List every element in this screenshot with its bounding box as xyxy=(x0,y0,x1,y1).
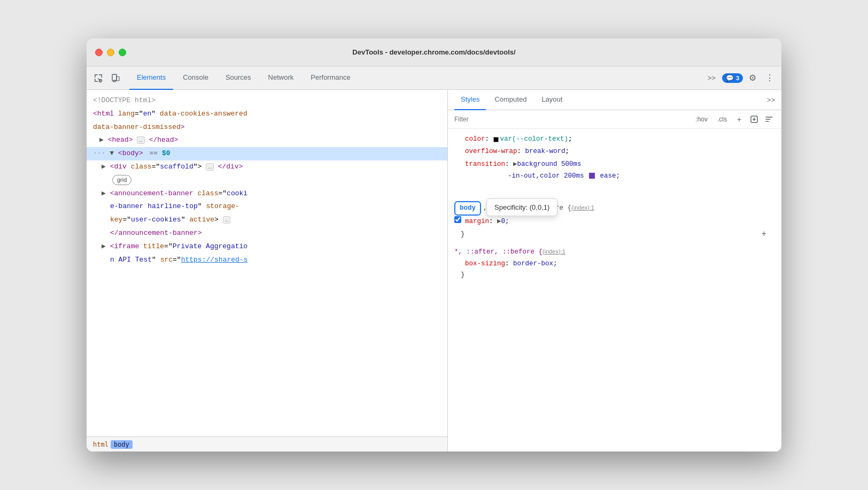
css-rule-universal-selector: *, ::after, ::before { (index):1 xyxy=(454,247,775,258)
devtools-window: DevTools - developer.chrome.com/docs/dev… xyxy=(87,39,781,451)
dom-html-cont: data-banner-dismissed> xyxy=(87,121,447,134)
universal-rule-link[interactable]: (index):1 xyxy=(542,247,565,257)
styles-panel: Styles Computed Layout >> :hov xyxy=(448,90,781,451)
tab-elements[interactable]: Elements xyxy=(129,66,173,90)
devtools-toolbar: Elements Console Sources Network Perform… xyxy=(87,66,781,90)
tab-sources[interactable]: Sources xyxy=(218,66,259,90)
dom-iframe-1[interactable]: ▶ <iframe title="Private Aggregatio xyxy=(87,240,447,254)
filter-actions: :hov .cls + xyxy=(692,113,775,125)
svg-rect-1 xyxy=(95,74,96,78)
tab-computed[interactable]: Computed xyxy=(488,90,533,110)
dom-announcement-2: e-banner hairline-top" storage- xyxy=(87,200,447,213)
css-rule-body: Specificity: (0,0,1) body , h1, h2, h3, … xyxy=(454,201,775,240)
message-icon: 💬 xyxy=(726,74,734,82)
inspect-element-button[interactable] xyxy=(91,71,106,86)
close-button[interactable] xyxy=(95,49,103,56)
css-decl-margin: margin : ▶ 0; xyxy=(454,216,775,228)
tab-styles[interactable]: Styles xyxy=(454,90,486,110)
message-badge[interactable]: 💬 3 xyxy=(722,73,743,83)
traffic-lights xyxy=(95,49,126,56)
css-decl-overflow-wrap: overflow-wrap : break-word; xyxy=(454,146,775,158)
dom-head[interactable]: ▶ <head> … </head> xyxy=(87,134,447,147)
tab-layout[interactable]: Layout xyxy=(535,90,569,110)
tab-network[interactable]: Network xyxy=(261,66,301,90)
styles-content[interactable]: color : var(--color-text); overflow-wrap… xyxy=(448,129,781,451)
svg-rect-8 xyxy=(112,74,117,81)
devtools-body: Elements Console Sources Network Perform… xyxy=(87,66,781,451)
new-style-rule-button[interactable] xyxy=(748,113,760,125)
tab-performance[interactable]: Performance xyxy=(303,66,358,90)
settings-button[interactable]: ⚙ xyxy=(745,71,760,86)
dom-html[interactable]: <html lang="en" data-cookies-answered xyxy=(87,108,447,121)
css-decl-transition: transition : ▶ background 500ms xyxy=(454,158,775,171)
breadcrumb: html body xyxy=(87,437,447,451)
add-margin-property-button[interactable]: + xyxy=(759,229,769,239)
styles-tab-bar: Styles Computed Layout >> xyxy=(448,90,781,110)
dom-body[interactable]: ··· ▼ <body> == $0 xyxy=(87,147,447,160)
css-decl-color: color : var(--color-text); xyxy=(454,133,775,146)
styles-filter-bar: :hov .cls + xyxy=(448,110,781,129)
gear-icon: ⚙ xyxy=(749,73,756,83)
class-filter-button[interactable]: .cls xyxy=(714,114,730,124)
tab-console[interactable]: Console xyxy=(175,66,216,90)
hover-state-button[interactable]: :hov xyxy=(692,114,711,124)
dom-announcement-close: </announcement-banner> xyxy=(87,227,447,240)
more-options-icon: ⋮ xyxy=(765,73,774,83)
svg-rect-5 xyxy=(95,79,96,82)
dom-tree[interactable]: <!DOCTYPE html> <html lang="en" data-coo… xyxy=(87,90,447,437)
toolbar-left-icons xyxy=(91,71,123,86)
maximize-button[interactable] xyxy=(119,49,126,56)
styles-filter-input[interactable] xyxy=(454,116,688,123)
svg-rect-3 xyxy=(102,74,103,78)
main-content: <!DOCTYPE html> <html lang="en" data-coo… xyxy=(87,90,781,451)
titlebar: DevTools - developer.chrome.com/docs/dev… xyxy=(87,39,781,66)
minimize-button[interactable] xyxy=(107,49,114,56)
dom-panel: <!DOCTYPE html> <html lang="en" data-coo… xyxy=(87,90,448,451)
more-tabs-button[interactable]: >> xyxy=(703,71,720,86)
dom-grid-badge[interactable]: grid xyxy=(87,174,447,187)
transition-color-swatch[interactable] xyxy=(589,173,595,179)
specificity-tooltip: Specificity: (0,0,1) xyxy=(486,198,557,216)
dom-iframe-2: n API Test" src="https://shared-s xyxy=(87,254,447,267)
dom-announcement-1[interactable]: ▶ <announcement-banner class="cooki xyxy=(87,187,447,201)
css-decl-box-sizing: box-sizing : border-box; xyxy=(454,258,775,270)
body-rule-link[interactable]: (index):1 xyxy=(571,203,594,213)
dom-div-scaffold[interactable]: ▶ <div class="scaffold"> … </div> xyxy=(87,160,447,174)
more-options-button[interactable]: ⋮ xyxy=(762,71,777,86)
color-swatch-black[interactable] xyxy=(493,137,499,142)
body-selector: body xyxy=(454,201,481,216)
element-state-button[interactable] xyxy=(763,113,775,125)
device-toggle-button[interactable] xyxy=(108,71,123,86)
margin-checkbox[interactable] xyxy=(454,216,461,223)
toolbar-right: >> 💬 3 ⚙ ⋮ xyxy=(703,71,777,86)
css-decl-transition-cont: -in-out,color 200ms ease; xyxy=(454,171,775,182)
transition-expand-icon[interactable]: ▶ xyxy=(513,159,517,170)
css-rule-inherited: color : var(--color-text); overflow-wrap… xyxy=(454,133,775,182)
margin-expand-icon[interactable]: ▶ xyxy=(497,216,501,227)
dom-announcement-3: key="user-cookies" active> … xyxy=(87,213,447,227)
breadcrumb-body[interactable]: body xyxy=(111,440,133,449)
breadcrumb-html[interactable]: html xyxy=(93,441,108,448)
dom-doctype: <!DOCTYPE html> xyxy=(87,94,447,108)
add-style-button[interactable]: + xyxy=(733,113,745,125)
css-rule-universal: *, ::after, ::before { (index):1 box-siz… xyxy=(454,247,775,280)
styles-more-tabs[interactable]: >> xyxy=(767,96,775,104)
window-title: DevTools - developer.chrome.com/docs/dev… xyxy=(352,48,515,56)
